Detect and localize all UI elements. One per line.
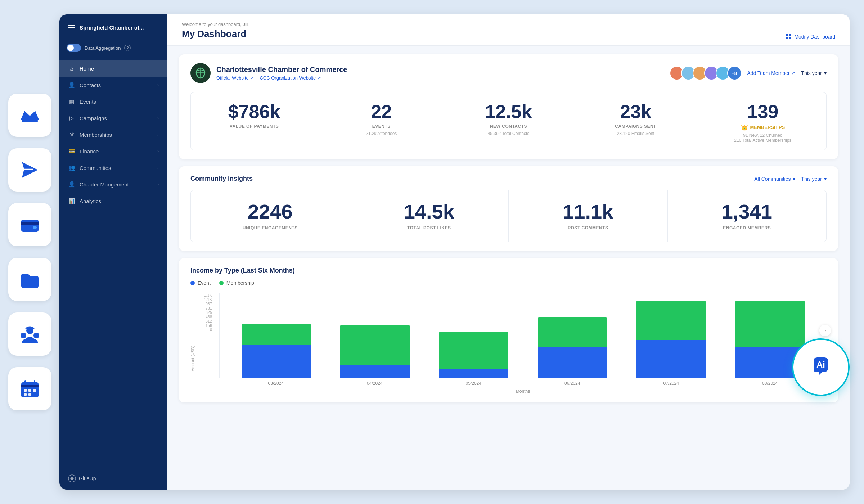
sidebar-item-label-memberships: Memberships	[80, 132, 112, 138]
membership-dot	[219, 281, 224, 285]
bar-month-label-3: 06/2024	[523, 381, 622, 386]
sidebar-item-home[interactable]: ⌂ Home	[59, 60, 167, 77]
welcome-text: Welcome to your dashboard, Jill!	[182, 22, 249, 27]
insight-engagements: 2246 UNIQUE ENGAGEMENTS	[191, 190, 350, 242]
income-chart-section: Income by Type (Last Six Months) Event M…	[179, 258, 838, 402]
y-label-5: 468	[206, 315, 212, 319]
org-link-official[interactable]: Official Website ↗	[216, 75, 254, 81]
sidebar: Springfield Chamber of... Data Aggregati…	[59, 14, 167, 490]
modify-dashboard-btn[interactable]: Modify Dashboard	[786, 34, 835, 40]
stat-sub2-memberships: 210 Total Active Memberships	[708, 138, 818, 143]
org-card: Charlottesville Chamber of Commerce Offi…	[179, 54, 838, 159]
y-label-0: 1.3K	[204, 293, 212, 297]
sidebar-item-label-campaigns: Campaigns	[80, 115, 107, 121]
content-header: Welcome to your dashboard, Jill! My Dash…	[167, 14, 850, 46]
chart-bars-area: 03/202404/202405/202406/202407/202408/20…	[219, 293, 827, 394]
svg-rect-13	[24, 389, 27, 392]
insights-grid: 2246 UNIQUE ENGAGEMENTS 14.5k TOTAL POST…	[190, 190, 827, 242]
sidebar-item-label-analytics: Analytics	[80, 198, 101, 204]
insights-header: Community insights All Communities ▾ Thi…	[190, 175, 827, 183]
rail-icon-crown[interactable]	[8, 94, 51, 137]
y-label-1: 1.1K	[204, 297, 212, 302]
rail-icon-wallet[interactable]	[8, 203, 51, 246]
stat-events: 22 EVENTS 21.2k Attendees	[318, 92, 445, 150]
insights-controls: All Communities ▾ This year ▾	[754, 176, 827, 182]
stat-label-campaigns: CAMPAIGNS SENT	[581, 124, 690, 129]
insight-value-members: 1,341	[676, 202, 818, 222]
insight-likes: 14.5k TOTAL POST LIKES	[350, 190, 509, 242]
page-title: My Dashboard	[182, 28, 249, 40]
rail-icon-folder[interactable]	[8, 258, 51, 301]
this-year-btn[interactable]: This year ▾	[801, 70, 827, 76]
sidebar-header: Springfield Chamber of...	[59, 14, 167, 38]
bar-month-label-4: 07/2024	[622, 381, 721, 386]
sidebar-item-finance[interactable]: 💳 Finance ›	[59, 143, 167, 159]
sidebar-item-label-contacts: Contacts	[80, 82, 101, 88]
rail-icon-send[interactable]	[8, 148, 51, 192]
stat-sub-campaigns: 23,120 Emails Sent	[581, 131, 690, 136]
add-team-btn[interactable]: Add Team Member ↗	[747, 70, 796, 76]
memberships-icon: ♛	[68, 131, 75, 138]
sidebar-item-communities[interactable]: 👥 Communities ›	[59, 159, 167, 176]
sidebar-nav: ⌂ Home 👤 Contacts › ▦ Events ▷ Campaig	[59, 58, 167, 467]
sidebar-item-chapter[interactable]: 👤 Chapter Mangement ›	[59, 176, 167, 193]
this-year-chevron: ▾	[824, 70, 827, 76]
org-link-ccc[interactable]: CCC Organization Website ↗	[260, 75, 321, 81]
stat-sub-contacts: 45,392 Total Contacts	[454, 131, 563, 136]
rail-icon-community[interactable]	[8, 312, 51, 356]
main-window: Springfield Chamber of... Data Aggregati…	[59, 14, 850, 490]
campaigns-icon: ▷	[68, 115, 75, 121]
stat-sub1-memberships: 91 New, 12 Churned	[708, 133, 818, 138]
chapter-icon: 👤	[68, 181, 75, 188]
svg-rect-19	[786, 34, 788, 36]
insights-year-dropdown[interactable]: This year ▾	[801, 176, 827, 182]
glueup-logo: GlueUp	[68, 474, 96, 482]
insights-section: Community insights All Communities ▾ Thi…	[179, 166, 838, 251]
bar-group-3	[523, 293, 622, 378]
ai-assistant-bubble[interactable]: Ai	[792, 338, 850, 396]
this-year-label: This year	[801, 70, 822, 76]
bars-container	[219, 293, 827, 378]
sidebar-item-memberships[interactable]: ♛ Memberships ›	[59, 126, 167, 143]
chart-next-arrow[interactable]: ›	[819, 325, 831, 336]
sidebar-footer: GlueUp	[59, 467, 167, 490]
svg-point-4	[33, 226, 37, 229]
content-area: Welcome to your dashboard, Jill! My Dash…	[167, 14, 850, 490]
sidebar-item-events[interactable]: ▦ Events	[59, 93, 167, 110]
stat-contacts: 12.5k NEW CONTACTS 45,392 Total Contacts	[445, 92, 572, 150]
toggle-help-icon[interactable]: ?	[124, 45, 131, 51]
svg-text:Ai: Ai	[816, 360, 825, 369]
svg-rect-16	[24, 393, 27, 396]
bar-membership-0	[242, 324, 311, 345]
insight-value-comments: 11.1k	[517, 202, 659, 222]
sidebar-item-analytics[interactable]: 📊 Analytics	[59, 193, 167, 209]
data-aggregation-toggle[interactable]	[67, 44, 81, 52]
svg-point-8	[26, 337, 34, 343]
stat-payments: $786k VALUE OF PAYMENTS	[191, 92, 318, 150]
insight-members: 1,341 ENGAGED MEMBERS	[668, 190, 827, 242]
svg-rect-20	[789, 34, 791, 36]
y-axis-title: Amount (USD)	[190, 346, 195, 372]
all-communities-dropdown[interactable]: All Communities ▾	[754, 176, 795, 182]
bar-event-0	[242, 345, 311, 378]
y-label-7: 156	[206, 323, 212, 328]
bar-event-2	[439, 369, 508, 378]
insights-year-label: This year	[801, 176, 822, 182]
sidebar-toggle-row: Data Aggregation ?	[59, 38, 167, 58]
bar-stack-1	[340, 325, 409, 378]
rail-icon-calendar[interactable]	[8, 367, 51, 410]
screen: Springfield Chamber of... Data Aggregati…	[0, 0, 864, 504]
svg-rect-14	[28, 389, 31, 392]
hamburger-menu[interactable]	[68, 25, 75, 30]
sidebar-item-campaigns[interactable]: ▷ Campaigns ›	[59, 110, 167, 126]
sidebar-item-contacts[interactable]: 👤 Contacts ›	[59, 77, 167, 93]
chart-legend: Event Membership	[190, 280, 827, 286]
stats-grid: $786k VALUE OF PAYMENTS 22 EVENTS 21.2k …	[190, 92, 827, 150]
events-icon: ▦	[68, 98, 75, 105]
y-label-3: 781	[206, 306, 212, 310]
y-label-2: 937	[206, 302, 212, 306]
svg-rect-22	[789, 37, 791, 39]
bar-membership-3	[538, 317, 607, 347]
legend-event-label: Event	[198, 280, 211, 286]
content-body: Charlottesville Chamber of Commerce Offi…	[167, 46, 850, 490]
